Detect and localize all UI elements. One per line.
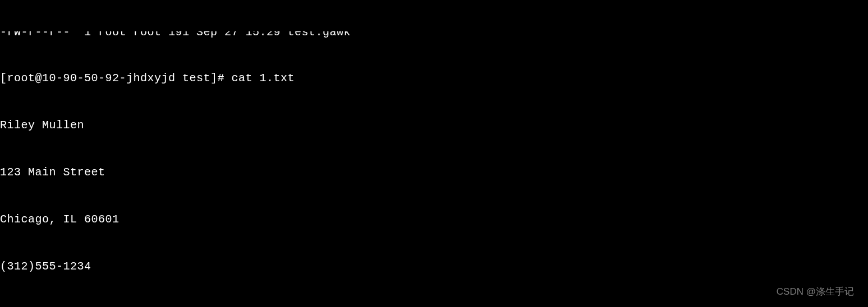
file-line: 123 Main Street (0, 165, 868, 180)
shell-prompt: [root@10-90-50-92-jhdxyjd test]# (0, 72, 232, 85)
cat-command: cat 1.txt (232, 72, 295, 85)
command-line-1: [root@10-90-50-92-jhdxyjd test]# cat 1.t… (0, 71, 868, 86)
file-line: Chicago, IL 60601 (0, 212, 868, 227)
ls-output-line: -rw-r--r-- 1 root root 191 Sep 27 15:29 … (0, 31, 351, 39)
file-line: Riley Mullen (0, 118, 868, 133)
partial-previous-output: -rw-r--r-- 1 root root 191 Sep 27 15:29 … (0, 31, 868, 39)
file-line: (312)555-1234 (0, 259, 868, 275)
terminal-window[interactable]: -rw-r--r-- 1 root root 191 Sep 27 15:29 … (0, 0, 868, 307)
csdn-watermark: CSDN @涤生手记 (777, 285, 854, 299)
